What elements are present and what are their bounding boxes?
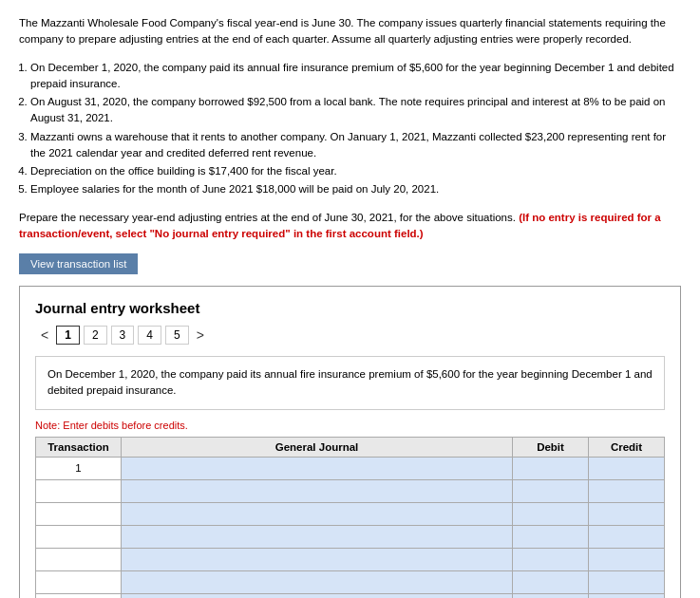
debit-field-2[interactable]	[513, 480, 588, 502]
table-row	[36, 548, 665, 570]
debit-field-1[interactable]	[513, 458, 588, 479]
scenario-item-2: On August 31, 2020, the company borrowed…	[30, 94, 681, 127]
transaction-number-7	[36, 593, 122, 598]
page-button-1[interactable]: 1	[56, 326, 80, 345]
credit-input-1[interactable]	[589, 457, 665, 479]
debit-input-6[interactable]	[513, 570, 589, 593]
scenario-list: On December 1, 2020, the company paid it…	[30, 60, 681, 198]
table-row	[36, 570, 665, 593]
page-button-5[interactable]: 5	[165, 326, 189, 345]
debit-input-4[interactable]	[513, 525, 589, 548]
journal-table: Transaction General Journal Debit Credit…	[35, 437, 665, 599]
credit-input-3[interactable]	[589, 502, 665, 525]
header-general-journal: General Journal	[122, 437, 513, 457]
next-page-button[interactable]: >	[191, 326, 210, 345]
debit-input-1[interactable]	[513, 457, 589, 479]
view-transaction-button[interactable]: View transaction list	[19, 253, 138, 274]
page-button-4[interactable]: 4	[138, 326, 161, 345]
credit-field-5[interactable]	[589, 549, 664, 570]
general-journal-input-1[interactable]	[122, 457, 513, 479]
general-journal-field-3[interactable]	[122, 503, 512, 525]
credit-field-7[interactable]	[589, 594, 664, 599]
general-journal-field-1[interactable]	[122, 458, 512, 479]
general-journal-input-3[interactable]	[122, 502, 513, 525]
scenario-item-3: Mazzanti owns a warehouse that it rents …	[30, 129, 681, 162]
general-journal-field-2[interactable]	[122, 480, 512, 502]
general-journal-input-4[interactable]	[122, 525, 513, 548]
table-row	[36, 502, 665, 525]
worksheet-title: Journal entry worksheet	[35, 300, 665, 316]
debit-input-3[interactable]	[513, 502, 589, 525]
general-journal-field-7[interactable]	[122, 594, 512, 599]
debit-input-5[interactable]	[513, 548, 589, 570]
credit-field-4[interactable]	[589, 526, 664, 548]
debit-input-2[interactable]	[513, 479, 589, 502]
instruction-paragraph: Prepare the necessary year-end adjusting…	[19, 210, 681, 243]
scenario-item-5: Employee salaries for the month of June …	[30, 181, 681, 197]
credit-input-6[interactable]	[589, 570, 665, 593]
debit-field-6[interactable]	[513, 571, 588, 593]
transaction-number-3	[36, 502, 122, 525]
transaction-number-5	[36, 548, 122, 570]
credit-field-6[interactable]	[589, 571, 664, 593]
debit-field-7[interactable]	[513, 594, 588, 599]
prev-page-button[interactable]: <	[35, 326, 54, 345]
transaction-number-1: 1	[36, 457, 122, 479]
general-journal-field-6[interactable]	[122, 571, 512, 593]
header-debit: Debit	[513, 437, 589, 457]
page-button-2[interactable]: 2	[84, 326, 107, 345]
credit-input-7[interactable]	[589, 593, 665, 598]
debit-input-7[interactable]	[513, 593, 589, 598]
general-journal-input-7[interactable]	[122, 593, 513, 598]
table-row: 1	[36, 457, 665, 479]
transaction-number-4	[36, 525, 122, 548]
header-transaction: Transaction	[36, 437, 122, 457]
credit-field-2[interactable]	[589, 480, 664, 502]
credit-input-4[interactable]	[589, 525, 665, 548]
credit-input-2[interactable]	[589, 479, 665, 502]
scenario-description-text: On December 1, 2020, the company paid it…	[47, 368, 653, 396]
general-journal-input-2[interactable]	[122, 479, 513, 502]
credit-input-5[interactable]	[589, 548, 665, 570]
transaction-number-6	[36, 570, 122, 593]
scenario-item-1: On December 1, 2020, the company paid it…	[30, 60, 681, 93]
credit-field-1[interactable]	[589, 458, 664, 479]
transaction-number-2	[36, 479, 122, 502]
general-journal-input-6[interactable]	[122, 570, 513, 593]
pagination: < 1 2 3 4 5 >	[35, 326, 665, 345]
general-journal-field-5[interactable]	[122, 549, 512, 570]
table-row	[36, 525, 665, 548]
instruction-main: Prepare the necessary year-end adjusting…	[19, 212, 516, 223]
header-credit: Credit	[589, 437, 665, 457]
general-journal-input-5[interactable]	[122, 548, 513, 570]
page-button-3[interactable]: 3	[111, 326, 135, 345]
table-row	[36, 593, 665, 598]
debit-field-3[interactable]	[513, 503, 588, 525]
scenario-item-4: Depreciation on the office building is $…	[30, 163, 681, 179]
intro-paragraph: The Mazzanti Wholesale Food Company's fi…	[19, 15, 681, 48]
general-journal-field-4[interactable]	[122, 526, 512, 548]
worksheet-container: Journal entry worksheet < 1 2 3 4 5 > On…	[19, 286, 681, 598]
note-text: Note: Enter debits before credits.	[35, 420, 665, 431]
debit-field-4[interactable]	[513, 526, 588, 548]
table-row	[36, 479, 665, 502]
scenario-description-box: On December 1, 2020, the company paid it…	[35, 356, 665, 410]
debit-field-5[interactable]	[513, 549, 588, 570]
credit-field-3[interactable]	[589, 503, 664, 525]
